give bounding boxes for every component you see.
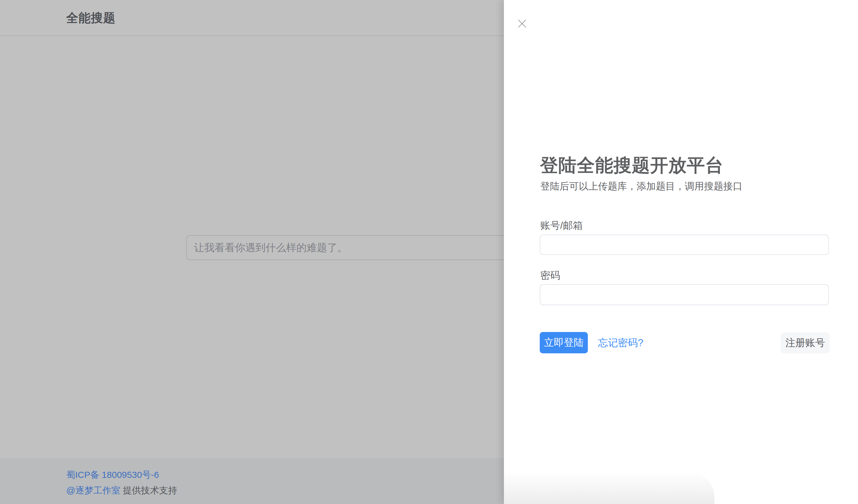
register-button[interactable]: 注册账号 [781,332,830,353]
drawer-subtitle: 登陆后可以上传题库，添加题目，调用搜题接口 [540,180,743,193]
close-x-icon [518,19,526,28]
password-field-label: 密码 [540,269,560,282]
drawer-close-button[interactable] [516,17,528,30]
password-input[interactable] [540,284,829,305]
drawer-bottom-shadow [504,471,715,504]
login-drawer: 登陆全能搜题开放平台 登陆后可以上传题库，添加题目，调用搜题接口 账号/邮箱 密… [504,0,858,504]
account-input[interactable] [540,234,829,255]
login-button[interactable]: 立即登陆 [540,332,588,353]
drawer-title: 登陆全能搜题开放平台 [540,153,724,178]
forgot-password-link[interactable]: 忘记密码? [598,332,643,353]
account-field-label: 账号/邮箱 [540,219,583,232]
